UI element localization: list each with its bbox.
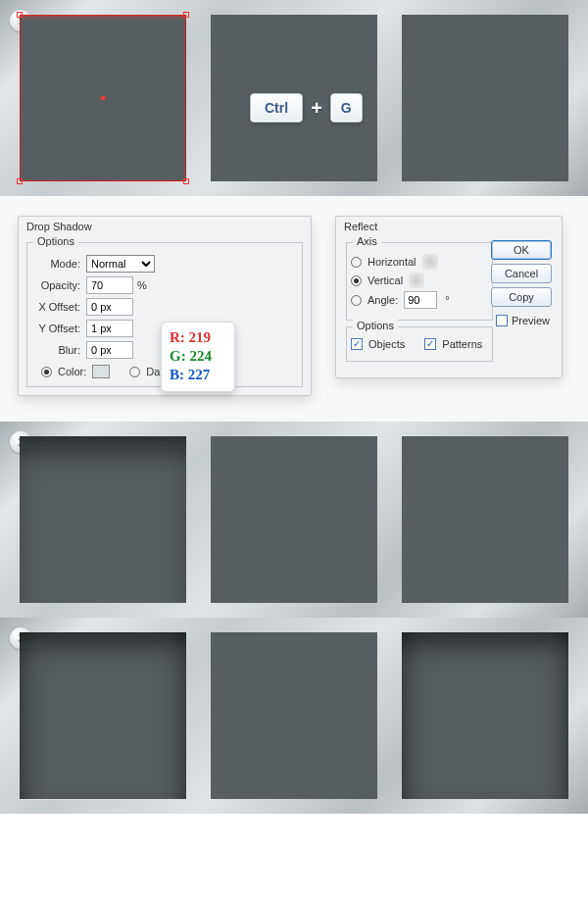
canvas-cell: [20, 632, 186, 799]
fieldset-legend: Options: [353, 320, 398, 331]
rgb-b-value: 227: [188, 367, 211, 382]
mode-label: Mode:: [31, 258, 86, 270]
ok-button[interactable]: OK: [491, 240, 552, 260]
opacity-label: Opacity:: [31, 279, 86, 291]
selection-handle-bl[interactable]: [17, 178, 23, 184]
copy-button[interactable]: Copy: [491, 287, 552, 307]
axis-vertical-icon: [409, 273, 424, 288]
rgb-g-label: G:: [170, 348, 186, 364]
yoffset-label: Y Offset:: [31, 323, 86, 334]
step-2-panel: 2: [0, 422, 588, 618]
canvas-cell: [402, 15, 568, 181]
color-radio[interactable]: [41, 367, 52, 377]
blur-input[interactable]: [86, 341, 133, 359]
rgb-b-label: B:: [170, 367, 184, 382]
fieldset-legend: Options: [33, 235, 78, 247]
cell-row-3: [0, 618, 588, 814]
degree-unit: °: [445, 294, 449, 306]
xoffset-label: X Offset:: [31, 301, 86, 313]
canvas-cell-selected[interactable]: [20, 15, 186, 181]
patterns-label: Patterns: [442, 338, 482, 350]
selection-handle-br[interactable]: [183, 178, 189, 184]
canvas-cell: [402, 632, 568, 799]
selection-edge: [21, 15, 185, 21]
cell-row-2: [0, 422, 588, 618]
darkness-radio[interactable]: [129, 367, 140, 377]
xoffset-input[interactable]: [86, 298, 133, 316]
opacity-unit: %: [137, 279, 147, 291]
reflect-dialog: Reflect Axis Horizontal Vertical Angle: …: [335, 216, 563, 378]
rgb-r-label: R:: [170, 329, 185, 345]
selection-center-icon: [101, 96, 105, 100]
axis-angle-label: Angle:: [368, 294, 398, 306]
key-g: G: [330, 93, 363, 123]
preview-label: Preview: [512, 315, 550, 326]
cancel-button[interactable]: Cancel: [491, 264, 552, 283]
opacity-input[interactable]: [86, 276, 133, 294]
fieldset-legend: Axis: [353, 235, 381, 247]
plus-icon: +: [311, 97, 322, 120]
yoffset-input[interactable]: [86, 320, 133, 337]
shortcut-overlay: Ctrl + G: [250, 93, 363, 123]
axis-vertical-radio[interactable]: [351, 275, 362, 286]
axis-angle-radio[interactable]: [351, 295, 362, 306]
color-swatch[interactable]: [92, 365, 110, 378]
rgb-g-value: 224: [189, 348, 212, 364]
patterns-checkbox[interactable]: [424, 338, 436, 350]
step-3-panel: 3: [0, 618, 588, 814]
color-label: Color:: [58, 366, 86, 377]
objects-label: Objects: [368, 338, 405, 350]
rgb-callout: R: 219 G: 224 B: 227: [161, 322, 235, 392]
mode-select[interactable]: Normal: [86, 255, 155, 273]
axis-horizontal-radio[interactable]: [351, 257, 362, 268]
blur-label: Blur:: [31, 344, 86, 356]
objects-checkbox[interactable]: [351, 338, 363, 350]
axis-horizontal-label: Horizontal: [368, 256, 416, 268]
reflect-options-fieldset: Options Objects Patterns: [346, 326, 493, 362]
axis-fieldset: Axis Horizontal Vertical Angle: °: [346, 242, 493, 321]
canvas-cell: [211, 436, 377, 603]
canvas-cell: [211, 632, 377, 799]
canvas-cell: [20, 436, 186, 603]
dialog-strip: Drop Shadow Options Mode: Normal Opacity…: [0, 196, 588, 422]
axis-horizontal-icon: [422, 254, 438, 270]
preview-checkbox[interactable]: [496, 315, 508, 326]
axis-vertical-label: Vertical: [368, 274, 403, 286]
key-ctrl: Ctrl: [250, 93, 303, 123]
canvas-cell: [402, 436, 568, 603]
rgb-r-value: 219: [189, 329, 212, 345]
step-1-panel: 1 Ctrl + G: [0, 0, 588, 196]
angle-input[interactable]: [404, 291, 437, 309]
